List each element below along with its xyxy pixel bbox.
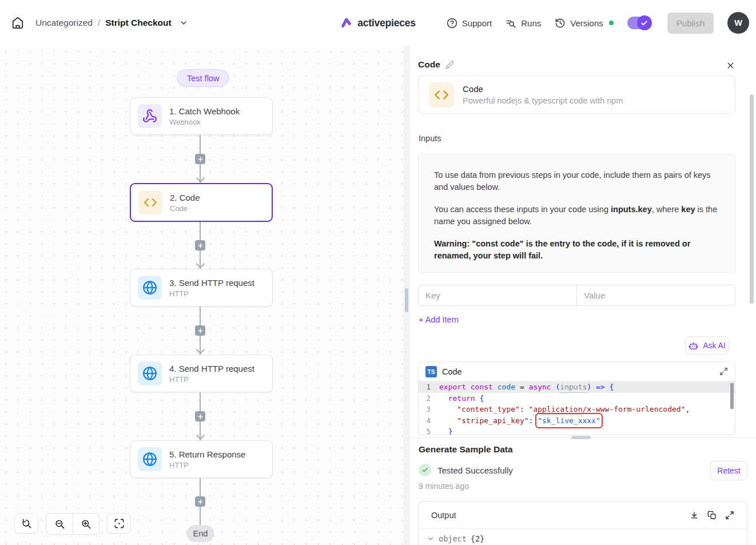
home-icon xyxy=(11,17,24,29)
end-node: End xyxy=(186,525,214,542)
output-node-count: {2} xyxy=(471,534,484,543)
download-icon[interactable] xyxy=(690,511,699,520)
chevron-down-icon xyxy=(427,535,435,543)
ask-ai-button[interactable]: Ask AI xyxy=(685,336,729,355)
add-step-button[interactable] xyxy=(195,154,205,164)
zoom-in-icon xyxy=(81,519,91,530)
output-card: Output object {2} xyxy=(418,501,747,545)
flow-node-http-2[interactable]: 4. Send HTTP request HTTP xyxy=(130,355,273,392)
fit-view-button[interactable] xyxy=(107,513,131,534)
test-flow-button[interactable]: Test flow xyxy=(177,69,229,87)
panel-scrollbar[interactable] xyxy=(750,94,754,304)
header-actions: Support Runs Versions Publish xyxy=(447,0,749,46)
panel-resize-handle[interactable] xyxy=(405,288,408,312)
flow-title[interactable]: Stript Checkout xyxy=(105,18,171,28)
step-settings-panel: Code Code Powerful nodejs & typescript c… xyxy=(410,46,756,545)
node-text: 1. Catch Webhook Webhook xyxy=(169,106,240,126)
value-input[interactable] xyxy=(577,285,735,305)
code-editor-scrollbar[interactable] xyxy=(730,383,734,409)
connector xyxy=(200,478,201,525)
flow-node-catch-webhook[interactable]: 1. Catch Webhook Webhook xyxy=(130,97,273,135)
home-button[interactable] xyxy=(8,13,27,33)
robot-icon xyxy=(689,341,698,351)
retest-button[interactable]: Retest xyxy=(710,461,747,480)
canvas-controls xyxy=(14,513,131,535)
inputs-section-label: Inputs xyxy=(419,134,441,143)
connector xyxy=(200,392,201,440)
piece-title: Code xyxy=(463,84,623,94)
close-panel-button[interactable] xyxy=(726,61,735,70)
webhook-icon xyxy=(138,104,162,128)
top-bar: Uncategorized / Stript Checkout activepi… xyxy=(0,0,756,46)
add-item-button[interactable]: + Add Item xyxy=(419,315,459,324)
zoom-out-icon xyxy=(54,519,65,530)
fit-view-icon xyxy=(114,518,125,529)
brand-name: activepieces xyxy=(357,17,416,29)
versions-label: Versions xyxy=(570,18,603,28)
code-editor-card: TS Code 1export const code = async (inpu… xyxy=(418,361,735,435)
flow-canvas[interactable]: Test flow 1. Catch Webhook Webhook 2. Co… xyxy=(0,46,403,545)
add-step-button[interactable] xyxy=(195,411,205,421)
node-subtitle: HTTP xyxy=(169,289,254,298)
rename-step-button[interactable] xyxy=(445,61,454,69)
zoom-in-button[interactable] xyxy=(73,514,99,534)
output-tree-row[interactable]: object {2} xyxy=(419,529,747,545)
globe-icon xyxy=(138,276,162,300)
node-title: 2. Code xyxy=(170,193,200,202)
key-input[interactable] xyxy=(419,285,576,305)
flow-enabled-toggle[interactable] xyxy=(627,17,650,29)
reset-zoom-icon xyxy=(21,518,32,529)
node-text: 2. Code Code xyxy=(170,193,200,213)
support-button[interactable]: Support xyxy=(447,18,492,29)
node-title: 5. Return Response xyxy=(169,449,245,459)
runs-button[interactable]: Runs xyxy=(506,18,541,29)
flow-node-code[interactable]: 2. Code Code xyxy=(130,183,273,222)
connector xyxy=(200,222,201,269)
code-icon xyxy=(138,190,162,214)
breadcrumb-trail: Uncategorized / Stript Checkout xyxy=(35,18,188,28)
help-paragraph-2: You can access these inputs in your code… xyxy=(434,204,719,227)
globe-icon xyxy=(138,361,162,385)
node-subtitle: HTTP xyxy=(169,375,254,384)
help-circle-icon xyxy=(447,18,457,29)
add-step-button[interactable] xyxy=(195,240,205,250)
node-text: 4. Send HTTP request HTTP xyxy=(169,364,254,384)
zoom-controls xyxy=(46,513,100,535)
support-label: Support xyxy=(462,18,492,28)
success-check-icon xyxy=(419,464,431,476)
output-actions xyxy=(690,511,734,520)
test-timestamp: 9 minutes ago xyxy=(419,482,469,491)
avatar[interactable]: W xyxy=(727,12,749,34)
node-title: 3. Send HTTP request xyxy=(169,278,254,288)
zoom-out-button[interactable] xyxy=(46,514,73,534)
versions-button[interactable]: Versions xyxy=(555,18,603,29)
help-warning: Warning: "const code" is the entry to th… xyxy=(434,238,719,261)
flow-node-return-response[interactable]: 5. Return Response HTTP xyxy=(130,440,273,478)
publish-button[interactable]: Publish xyxy=(667,13,714,34)
add-step-button[interactable] xyxy=(195,325,205,336)
expand-code-button[interactable] xyxy=(719,367,728,376)
chevron-down-icon[interactable] xyxy=(179,18,188,27)
output-node-type: object xyxy=(439,534,467,543)
code-editor-body[interactable]: 1export const code = async (inputs) => {… xyxy=(419,381,735,435)
add-step-button[interactable] xyxy=(195,496,205,507)
generate-sample-data-title: Generate Sample Data xyxy=(419,444,513,455)
flow-builder-app: Uncategorized / Stript Checkout activepi… xyxy=(0,0,756,545)
copy-icon[interactable] xyxy=(707,511,717,520)
code-icon xyxy=(429,82,454,108)
reset-zoom-button[interactable] xyxy=(14,513,38,534)
inputs-help-card: To use data from previous steps in your … xyxy=(418,154,735,273)
flow-node-http-1[interactable]: 3. Send HTTP request HTTP xyxy=(130,269,273,307)
input-pair-row xyxy=(418,285,735,306)
output-header: Output xyxy=(419,502,747,529)
node-subtitle: Webhook xyxy=(169,118,240,126)
help-paragraph-1: To use data from previous steps in your … xyxy=(434,169,719,193)
expand-icon[interactable] xyxy=(725,511,734,520)
runs-label: Runs xyxy=(521,18,541,28)
sample-data-resize-handle[interactable] xyxy=(571,436,591,439)
typescript-badge-icon: TS xyxy=(425,366,437,377)
piece-subtitle: Powerful nodejs & typescript code with n… xyxy=(463,96,623,105)
code-editor-header: TS Code xyxy=(419,362,735,381)
code-editor-title: Code xyxy=(442,367,462,376)
breadcrumb-category[interactable]: Uncategorized xyxy=(35,18,93,28)
